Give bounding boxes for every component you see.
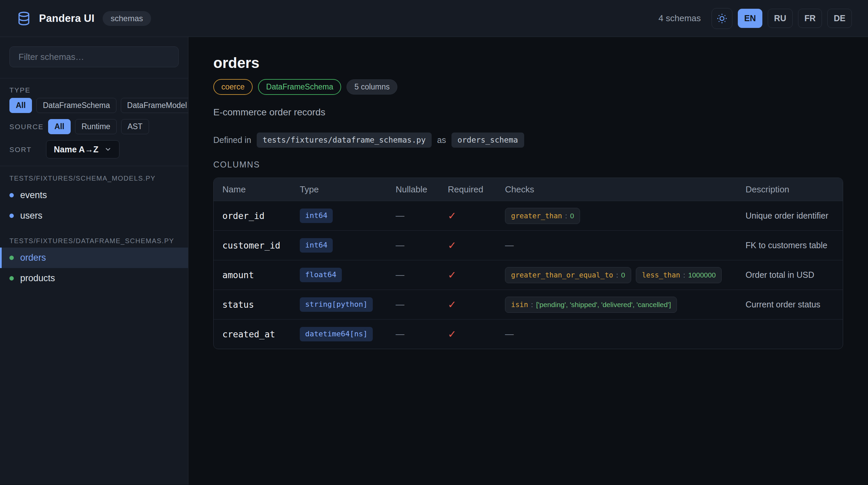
language-button-fr[interactable]: FR <box>798 9 822 28</box>
defined-in-connector: as <box>437 135 446 145</box>
main-panel: orders coerce DataFrameSchema 5 columns … <box>188 37 868 485</box>
schema-description: E-commerce order records <box>213 107 843 118</box>
sidebar-item-products[interactable]: products <box>0 268 188 289</box>
topbar: Pandera UI schemas 4 schemas EN RU <box>0 0 868 37</box>
schema-dot-icon <box>9 256 14 260</box>
sun-icon <box>717 13 727 24</box>
content-layout: TYPE All DataFrameSchema DataFrameModel … <box>0 37 868 485</box>
check-value: 0 <box>570 212 574 220</box>
check-value: ['pending', 'shipped', 'delivered', 'can… <box>536 300 671 309</box>
column-type-cell: int64 <box>291 208 387 223</box>
sort-row: SORT Name A→Z <box>9 140 179 158</box>
page-badge: schemas <box>103 11 151 26</box>
check-separator: : <box>531 300 533 309</box>
type-filter-options: All DataFrameSchema DataFrameModel <box>9 98 179 113</box>
defined-in-path: tests/fixtures/dataframe_schemas.py <box>257 132 432 148</box>
language-button-ru[interactable]: RU <box>768 9 793 28</box>
column-description: Current order status <box>737 300 843 310</box>
model-dot-icon <box>9 214 14 218</box>
required-check-icon: ✓ <box>439 239 496 251</box>
search-section <box>0 37 188 78</box>
column-description: FK to customers table <box>737 240 843 250</box>
app-title: Pandera UI <box>39 12 95 25</box>
sidebar-item-orders[interactable]: orders <box>0 248 188 268</box>
language-button-en[interactable]: EN <box>738 9 762 28</box>
type-option-dataframeschema[interactable]: DataFrameSchema <box>36 98 116 113</box>
check-name: greater_than <box>511 212 562 220</box>
sort-select-value: Name A→Z <box>54 144 98 154</box>
col-header-description: Description <box>737 184 843 195</box>
type-filter-label: TYPE <box>9 87 179 94</box>
table-row: customer_id int64 — ✓ — FK to customers … <box>214 230 843 260</box>
table-row: order_id int64 — ✓ greater_than : 0 Uniq… <box>214 201 843 230</box>
sidebar-item-events[interactable]: events <box>0 185 188 205</box>
sort-label: SORT <box>9 146 42 153</box>
checks-cell: isin : ['pending', 'shipped', 'delivered… <box>496 292 737 318</box>
source-filter-label: SOURCE <box>9 123 44 130</box>
nullable-value: — <box>387 240 439 251</box>
source-option-all[interactable]: All <box>48 119 71 134</box>
source-option-ast[interactable]: AST <box>121 119 149 134</box>
type-option-dataframemodel[interactable]: DataFrameModel <box>121 98 193 113</box>
defined-in-symbol: orders_schema <box>452 132 524 148</box>
schema-type-badge: DataFrameSchema <box>258 79 341 95</box>
schema-count: 4 schemas <box>658 13 701 24</box>
checks-empty: — <box>496 329 737 340</box>
table-row: created_at datetime64[ns] — ✓ — <box>214 319 843 349</box>
nullable-value: — <box>387 299 439 310</box>
required-check-icon: ✓ <box>439 299 496 311</box>
checks-cell: greater_than : 0 <box>496 203 737 229</box>
type-chip: string[python] <box>300 297 373 312</box>
sort-select[interactable]: Name A→Z <box>46 140 119 158</box>
schema-item-label: users <box>20 211 42 221</box>
column-type-cell: int64 <box>291 238 387 252</box>
schema-group-label: TESTS/FIXTURES/DATAFRAME_SCHEMAS.PY <box>0 233 188 248</box>
coerce-badge: coerce <box>213 79 253 95</box>
nullable-value: — <box>387 211 439 221</box>
sidebar-item-users[interactable]: users <box>0 205 188 226</box>
source-option-runtime[interactable]: Runtime <box>75 119 117 134</box>
theme-toggle-button[interactable] <box>712 8 733 29</box>
column-name: status <box>214 300 291 310</box>
defined-in-row: Defined in tests/fixtures/dataframe_sche… <box>213 132 843 148</box>
source-filter-row: SOURCE All Runtime AST <box>9 119 179 134</box>
checks-cell: greater_than_or_equal_to : 0 less_than :… <box>496 262 737 288</box>
filter-schemas-input[interactable] <box>9 46 179 67</box>
table-row: amount float64 — ✓ greater_than_or_equal… <box>214 260 843 290</box>
chevron-down-icon <box>104 146 112 153</box>
type-chip: float64 <box>300 268 342 282</box>
type-option-all[interactable]: All <box>9 98 32 113</box>
check-separator: : <box>565 212 567 220</box>
schema-item-label: events <box>20 190 47 200</box>
column-type-cell: string[python] <box>291 297 387 312</box>
check-separator: : <box>616 271 618 279</box>
schema-item-label: products <box>20 273 55 284</box>
col-header-checks: Checks <box>496 184 737 195</box>
schema-list: TESTS/FIXTURES/SCHEMA_MODELS.PY events u… <box>0 166 188 289</box>
check-name: less_than <box>642 271 680 280</box>
column-count-badge: 5 columns <box>346 79 397 95</box>
topbar-right: 4 schemas EN RU FR DE <box>658 8 852 29</box>
type-chip: int64 <box>300 238 333 252</box>
database-icon <box>16 11 32 26</box>
table-header-row: Name Type Nullable Required Checks Descr… <box>214 178 843 201</box>
check-chip: isin : ['pending', 'shipped', 'delivered… <box>505 297 677 313</box>
check-name: isin <box>511 301 528 309</box>
schema-item-label: orders <box>20 253 46 263</box>
type-chip: int64 <box>300 208 333 223</box>
column-description: Unique order identifier <box>737 211 843 221</box>
check-chip: greater_than : 0 <box>505 208 580 224</box>
nullable-value: — <box>387 329 439 340</box>
column-type-cell: float64 <box>291 268 387 282</box>
column-name: order_id <box>214 211 291 221</box>
column-name: amount <box>214 270 291 280</box>
required-check-icon: ✓ <box>439 328 496 340</box>
model-dot-icon <box>9 193 14 197</box>
check-separator: : <box>683 271 685 279</box>
check-value: 1000000 <box>688 271 716 279</box>
page-title: orders <box>213 55 843 72</box>
filters-section: TYPE All DataFrameSchema DataFrameModel … <box>0 78 188 166</box>
columns-section-heading: COLUMNS <box>213 160 843 169</box>
language-button-de[interactable]: DE <box>827 9 852 28</box>
check-chip: greater_than_or_equal_to : 0 <box>505 267 631 283</box>
